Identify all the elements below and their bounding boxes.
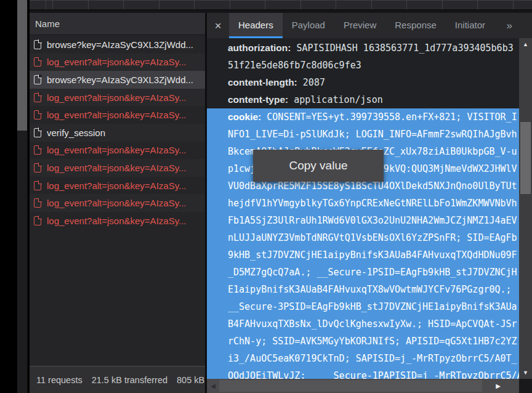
- header-entry[interactable]: content-type: application/json: [207, 91, 519, 108]
- request-row[interactable]: log_event?alt=json&key=AIzaSy...: [30, 142, 205, 160]
- request-count: 11 requests: [36, 375, 83, 385]
- header-line: _D5MZ7gQcQ7aA.; __Secure-1PSID=EAgFb9kHB…: [207, 264, 519, 281]
- horizontal-scrollbar-thumb[interactable]: [219, 380, 482, 392]
- header-line: B4FAHvuxqTXBsNx_lDvQclKghesxwIyXw.; HSID…: [207, 315, 519, 333]
- header-entry[interactable]: authorization: SAPISIDHASH 1638563771_1d…: [207, 39, 519, 74]
- scroll-down-icon[interactable]: ▼: [519, 368, 532, 378]
- request-label: log_event?alt=json&key=AIzaSy...: [47, 163, 187, 173]
- header-line: QOdJQEiTWLvJZ; __Secure-1PAPISID=j_-MrRT…: [207, 367, 519, 379]
- close-icon[interactable]: ×: [207, 13, 229, 38]
- header-line: content-type: application/json: [207, 91, 519, 108]
- header-line: NFO1_LIVE=Di-pSlUKdJk; LOGIN_INFO=AFmmF2…: [207, 126, 519, 143]
- request-label: log_event?alt=json&key=AIzaSy...: [47, 57, 187, 67]
- details-vertical-scrollbar[interactable]: ▲ ▼: [519, 38, 532, 379]
- network-summary-bar: 11 requests 21.5 kB transferred 805 kB: [30, 366, 205, 393]
- request-row[interactable]: log_event?alt=json&key=AIzaSy...: [30, 106, 205, 124]
- page-scrollbar[interactable]: [17, 0, 28, 393]
- scroll-right-icon[interactable]: ▶: [493, 379, 503, 393]
- file-icon: [34, 40, 41, 49]
- network-overview-strip[interactable]: [30, 0, 532, 11]
- tab-initiator[interactable]: Initiator: [446, 13, 494, 38]
- request-row[interactable]: browse?key=AIzaSyC9XL3ZjWdd...: [30, 71, 205, 89]
- request-list: browse?key=AIzaSyC9XL3ZjWdd... log_event…: [30, 36, 205, 366]
- request-label: log_event?alt=json&key=AIzaSy...: [47, 145, 187, 155]
- header-line: 51f21e5de86fb7c8d06c9fe3: [207, 57, 519, 74]
- devtools-network-panel: Name browse?key=AIzaSyC9XL3ZjWdd... log_…: [30, 0, 532, 393]
- file-icon: [34, 128, 41, 137]
- tab-headers[interactable]: Headers: [229, 13, 283, 38]
- request-row[interactable]: log_event?alt=json&key=AIzaSy...: [30, 89, 205, 107]
- request-label: verify_session: [47, 128, 105, 138]
- details-tab-bar: × HeadersPayloadPreviewResponseInitiator…: [207, 13, 532, 38]
- header-line: rChN-y; SSID=AVK5MGyYbKORJNIfS; APISID=q…: [207, 333, 519, 350]
- file-icon: [34, 93, 41, 102]
- header-line: nLUJJaUNYZ3VmbTdNRGVtQ1VsbENsOXl6YzZPSnF…: [207, 229, 519, 246]
- header-entry[interactable]: cookie: CONSENT=YES+yt.399739558.en+FX+8…: [207, 108, 519, 379]
- request-label: log_event?alt=json&key=AIzaSy...: [47, 198, 187, 208]
- header-line: content-length: 2087: [207, 74, 519, 91]
- file-icon: [34, 163, 41, 172]
- file-icon: [34, 57, 41, 67]
- tabs: HeadersPayloadPreviewResponseInitiator: [229, 13, 494, 38]
- header-line: hejdfV1hYVmgyblkyTGx6YnpCRExNeGtNRElLbFo…: [207, 195, 519, 212]
- request-row[interactable]: log_event?alt=json&key=AIzaSy...: [30, 194, 205, 212]
- header-line: cookie: CONSENT=YES+yt.399739558.en+FX+8…: [207, 108, 519, 126]
- file-icon: [34, 198, 41, 208]
- request-details-panel: × HeadersPayloadPreviewResponseInitiator…: [207, 13, 532, 393]
- request-row[interactable]: log_event?alt=json&key=AIzaSy...: [30, 159, 205, 177]
- file-icon: [34, 75, 41, 84]
- header-name: content-length:: [228, 77, 297, 87]
- context-menu: Copy value: [253, 150, 384, 182]
- request-row[interactable]: log_event?alt=json&key=AIzaSy...: [30, 177, 205, 195]
- header-name: authorization:: [228, 43, 291, 53]
- header-entry[interactable]: content-length: 2087: [207, 74, 519, 91]
- request-label: browse?key=AIzaSyC9XL3ZjWdd...: [47, 75, 193, 85]
- header-name: content-type:: [228, 94, 288, 105]
- transferred-size: 21.5 kB transferred: [92, 375, 167, 385]
- request-label: log_event?alt=json&key=AIzaSy...: [47, 92, 187, 103]
- headers-content: authorization: SAPISIDHASH 1638563771_1d…: [207, 38, 519, 379]
- header-line: Fb1A5SjZ3UlRraUh1RWd6V0lGX3o2UnU2NHA2WmJ…: [207, 212, 519, 229]
- page-scrollbar-thumb[interactable]: [17, 0, 27, 131]
- request-row[interactable]: verify_session: [30, 124, 205, 142]
- scroll-up-icon[interactable]: ▲: [519, 39, 532, 49]
- tab-payload[interactable]: Payload: [283, 13, 334, 38]
- header-line: E1aipyBnifsK3AUaB4FAHvuxqTX8wVOwtmWJYCFv…: [207, 281, 519, 298]
- vertical-scrollbar-thumb[interactable]: [520, 122, 531, 194]
- file-icon: [34, 216, 41, 225]
- header-line: __Secure-3PSID=EAgFb9kHB_stJ7DVZNCjHE1ai…: [207, 298, 519, 315]
- more-tabs-chevron-icon[interactable]: »: [507, 13, 512, 38]
- request-label: log_event?alt=json&key=AIzaSy...: [47, 180, 187, 191]
- request-row[interactable]: browse?key=AIzaSyC9XL3ZjWdd...: [30, 36, 205, 54]
- request-label: log_event?alt=json&key=AIzaSy...: [47, 216, 187, 226]
- request-label: browse?key=AIzaSyC9XL3ZjWdd...: [47, 39, 193, 50]
- file-icon: [34, 110, 41, 120]
- file-icon: [34, 181, 41, 190]
- copy-value-menu-item[interactable]: Copy value: [289, 159, 347, 172]
- header-line: authorization: SAPISIDHASH 1638563771_1d…: [207, 39, 519, 57]
- request-label: log_event?alt=json&key=AIzaSy...: [47, 110, 187, 120]
- name-column-header[interactable]: Name: [30, 13, 205, 35]
- name-column-label: Name: [35, 18, 60, 29]
- tab-response[interactable]: Response: [385, 13, 446, 38]
- request-row[interactable]: log_event?alt=json&key=AIzaSy...: [30, 54, 205, 71]
- tab-preview[interactable]: Preview: [334, 13, 385, 38]
- request-row[interactable]: log_event?alt=json&key=AIzaSy...: [30, 212, 205, 230]
- details-horizontal-scrollbar[interactable]: ◀ ▶: [207, 379, 519, 393]
- header-line: 9kHB_stJ7DVZNCjHE1aipyBnifsK3AUaB4FAHvux…: [207, 246, 519, 264]
- file-icon: [34, 145, 41, 155]
- resources-size: 805 kB: [177, 375, 204, 385]
- scroll-left-icon[interactable]: ◀: [208, 379, 218, 393]
- scrollbar-corner: [519, 379, 532, 393]
- requests-panel: Name browse?key=AIzaSyC9XL3ZjWdd... log_…: [30, 13, 205, 393]
- header-name: cookie:: [228, 111, 261, 122]
- header-line: i3_/AuOC5eaK0719CkTnD; SAPISID=j_-MrRTpy…: [207, 350, 519, 367]
